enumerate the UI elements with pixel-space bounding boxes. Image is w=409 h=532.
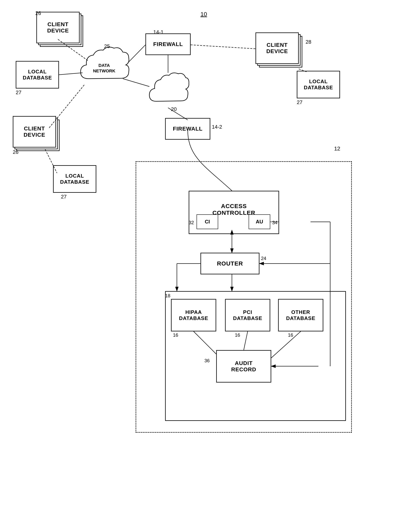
router: ROUTER: [200, 253, 260, 274]
ref-26-top: 26: [35, 10, 41, 16]
audit-record-label: AUDITRECORD: [231, 360, 256, 373]
ref-10: 10: [200, 11, 207, 18]
ref-12: 12: [334, 145, 340, 152]
ref-16-hipaa: 16: [173, 332, 178, 338]
local-db-left1-label: LOCALDATABASE: [23, 69, 52, 81]
local-db-right: LOCALDATABASE: [297, 71, 340, 98]
svg-line-12: [191, 45, 255, 49]
svg-text:DATA: DATA: [98, 63, 110, 68]
other-db-label: OTHERDATABASE: [286, 309, 316, 321]
ref-18: 18: [165, 293, 170, 299]
ref-36: 36: [204, 358, 210, 363]
data-network-cloud: DATA NETWORK: [77, 43, 132, 88]
client-device-bottom-left: CLIENTDEVICE: [13, 116, 62, 152]
other-db: OTHERDATABASE: [278, 299, 323, 331]
ref-14-2: 14-2: [212, 124, 222, 130]
internet-cloud: [146, 70, 190, 109]
ref-34: 34: [272, 220, 278, 225]
ref-27-left2: 27: [61, 194, 67, 200]
hipaa-db: HIPAADATABASE: [171, 299, 216, 331]
firewall-top: FIREWALL: [145, 33, 191, 55]
audit-record: AUDITRECORD: [216, 350, 271, 382]
client-device-top-left-label: CLIENT DEVICE: [47, 21, 69, 34]
local-db-left1: LOCALDATABASE: [16, 61, 59, 88]
ref-14-1: 14-1: [153, 29, 164, 35]
ci-box: CI: [196, 214, 218, 229]
ref-16-other: 16: [288, 332, 293, 338]
ref-20: 20: [171, 106, 177, 112]
au-box: AU: [249, 214, 270, 229]
firewall-top-label: FIREWALL: [153, 41, 183, 48]
ref-26-bottom: 26: [13, 149, 19, 155]
firewall-bottom-label: FIREWALL: [173, 126, 203, 132]
local-db-left2: LOCALDATABASE: [53, 165, 96, 193]
local-db-right-label: LOCALDATABASE: [304, 78, 333, 91]
client-device-right: CLIENTDEVICE: [255, 32, 305, 69]
hipaa-db-label: HIPAADATABASE: [179, 309, 208, 321]
client-device-bottom-left-label: CLIENTDEVICE: [24, 125, 45, 138]
ci-label: CI: [205, 219, 210, 225]
svg-text:NETWORK: NETWORK: [93, 68, 115, 73]
firewall-bottom: FIREWALL: [165, 118, 210, 140]
diagram: 10 12 CLIENT DEVICE 26 LOCALDATABASE 27 …: [0, 0, 409, 532]
pci-db: PCIDATABASE: [225, 299, 270, 331]
client-device-right-label: CLIENTDEVICE: [266, 42, 288, 55]
au-label: AU: [256, 219, 263, 225]
ref-32: 32: [189, 220, 194, 225]
local-db-left2-label: LOCALDATABASE: [60, 173, 89, 185]
client-device-top-left: CLIENT DEVICE: [36, 12, 84, 47]
ref-16-pci: 16: [235, 332, 240, 338]
ref-28: 28: [306, 39, 311, 45]
pci-db-label: PCIDATABASE: [233, 309, 262, 321]
ref-24: 24: [261, 256, 266, 261]
ref-27-left1: 27: [16, 89, 21, 95]
router-label: ROUTER: [217, 260, 243, 267]
ref-27-right: 27: [297, 99, 302, 105]
ref-25: 25: [104, 43, 110, 49]
access-controller-label: ACCESSCONTROLLER: [213, 203, 255, 216]
